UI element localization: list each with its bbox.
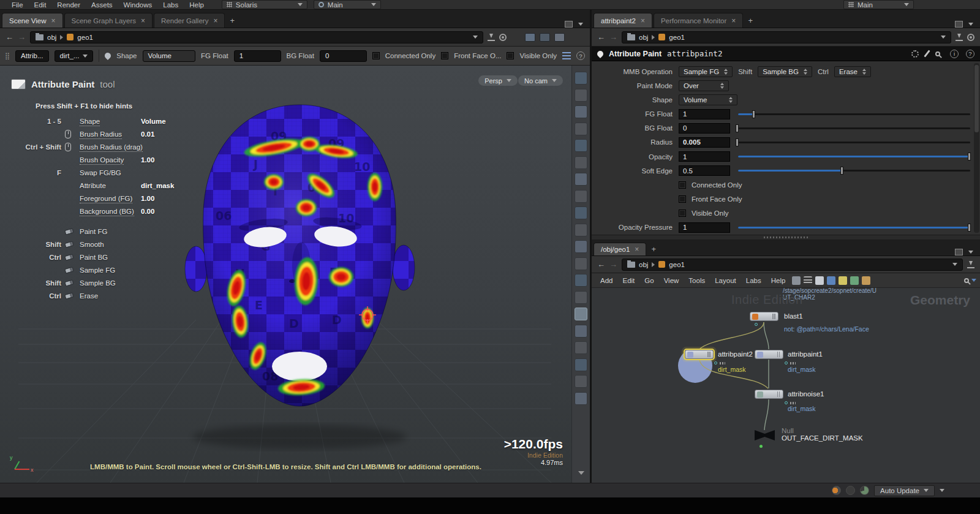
opacity-pressure-slider[interactable] bbox=[738, 227, 970, 229]
tab-performance-monitor[interactable]: Performance Monitor × bbox=[654, 13, 743, 28]
pane-menu-icon[interactable] bbox=[578, 23, 583, 28]
snap-options-icon[interactable] bbox=[575, 173, 587, 186]
node-attribnoise1[interactable] bbox=[755, 390, 783, 399]
tab-scene-graph-layers[interactable]: Scene Graph Layers × bbox=[64, 13, 153, 28]
close-icon[interactable]: × bbox=[141, 17, 145, 25]
refresh-icon[interactable] bbox=[860, 486, 869, 495]
menu-render[interactable]: Render bbox=[51, 1, 86, 9]
back-button[interactable]: ← bbox=[597, 260, 605, 269]
output-dot[interactable] bbox=[714, 361, 717, 365]
node-flags[interactable] bbox=[777, 391, 781, 397]
pen-icon[interactable] bbox=[924, 50, 930, 57]
slider-handle[interactable] bbox=[968, 153, 971, 161]
paint-mode-menu[interactable]: Over bbox=[679, 80, 729, 91]
forward-button[interactable]: → bbox=[18, 32, 26, 42]
pane-maximize-icon[interactable] bbox=[565, 21, 573, 28]
pin-icon[interactable] bbox=[488, 34, 495, 41]
scrollbar-thumb[interactable] bbox=[974, 65, 979, 132]
mmb-primary-menu[interactable]: Sample FG bbox=[679, 66, 733, 77]
desktop-selector[interactable]: Solaris bbox=[222, 0, 307, 9]
pane-maximize-icon[interactable] bbox=[955, 21, 963, 28]
camera-select-menu[interactable]: No cam bbox=[518, 75, 563, 86]
toolbar-grip-icon[interactable]: ⣿ bbox=[5, 52, 10, 60]
new-tab-button[interactable]: + bbox=[225, 13, 239, 28]
grid-toggle-icon[interactable] bbox=[575, 274, 587, 287]
help-icon[interactable]: ? bbox=[966, 50, 974, 58]
handles-tool-icon[interactable] bbox=[575, 156, 587, 169]
slider-handle[interactable] bbox=[840, 167, 843, 175]
path-dropdown-icon[interactable] bbox=[473, 36, 478, 41]
grid-icon[interactable] bbox=[815, 276, 824, 285]
bg-float-slider[interactable] bbox=[738, 127, 970, 129]
group-list-icon[interactable] bbox=[575, 291, 587, 304]
path-dropdown-icon[interactable] bbox=[941, 36, 946, 41]
wireframe-toggle-icon[interactable] bbox=[575, 206, 587, 219]
display-normals-icon[interactable] bbox=[575, 257, 587, 270]
hide-panel-icon[interactable] bbox=[971, 279, 976, 284]
shape-menu[interactable]: Volume bbox=[679, 94, 737, 105]
select-tool-icon[interactable] bbox=[575, 89, 587, 102]
slider-handle[interactable] bbox=[968, 224, 971, 232]
pane-maximize-icon[interactable] bbox=[955, 249, 963, 255]
visible-only-checkbox[interactable] bbox=[507, 52, 514, 59]
view-tool-icon[interactable] bbox=[575, 72, 587, 85]
menu-add[interactable]: Add bbox=[595, 277, 617, 284]
path-context[interactable]: obj bbox=[639, 34, 648, 41]
cook-indicator-icon[interactable] bbox=[846, 486, 855, 495]
layout-selector[interactable]: Main bbox=[314, 0, 381, 9]
output-dot[interactable] bbox=[755, 323, 758, 326]
new-tab-button[interactable]: + bbox=[647, 243, 660, 255]
menu-go[interactable]: Go bbox=[639, 277, 658, 284]
tab-render-gallery[interactable]: Render Gallery × bbox=[154, 13, 225, 28]
soft-edge-slider[interactable] bbox=[738, 170, 970, 172]
back-button[interactable]: ← bbox=[6, 32, 13, 42]
object-appearance-icon[interactable] bbox=[575, 341, 587, 354]
menu-file[interactable]: File bbox=[6, 1, 29, 9]
shape-menu[interactable]: Volume bbox=[143, 50, 196, 62]
render-flag-icon[interactable] bbox=[832, 486, 841, 495]
connected-only-checkbox[interactable] bbox=[372, 52, 380, 59]
pane-menu-icon[interactable] bbox=[968, 251, 973, 256]
menu-layout[interactable]: Layout bbox=[710, 277, 741, 284]
material-preview-icon[interactable] bbox=[575, 358, 587, 371]
front-face-only-checkbox[interactable] bbox=[679, 195, 686, 203]
right-desktop-selector[interactable]: Main bbox=[843, 0, 914, 9]
menu-help[interactable]: Help bbox=[766, 277, 791, 284]
path-node[interactable]: geo1 bbox=[669, 34, 685, 41]
output-dot[interactable] bbox=[760, 445, 763, 448]
visible-only-checkbox[interactable] bbox=[679, 210, 686, 217]
tab-attribpaint2[interactable]: attribpaint2 × bbox=[594, 13, 652, 28]
pin-icon[interactable] bbox=[956, 34, 963, 41]
close-icon[interactable]: × bbox=[731, 17, 736, 25]
bg-float-input[interactable]: 0 bbox=[320, 50, 367, 62]
customize-icon[interactable] bbox=[792, 276, 801, 285]
scene-path-field[interactable]: obj geo1 bbox=[30, 31, 483, 43]
back-button[interactable]: ← bbox=[597, 32, 605, 42]
update-options-icon[interactable] bbox=[940, 489, 944, 494]
scroll-down-icon[interactable] bbox=[578, 471, 584, 478]
search-icon[interactable] bbox=[964, 278, 969, 283]
group-field[interactable]: dirt_... bbox=[55, 50, 94, 62]
node-flags[interactable] bbox=[772, 314, 776, 319]
output-dot[interactable] bbox=[785, 401, 788, 404]
menu-help[interactable]: Help bbox=[184, 1, 209, 9]
close-icon[interactable]: × bbox=[51, 17, 56, 25]
auto-update-menu[interactable]: Auto Update bbox=[874, 485, 935, 496]
bg-float-field[interactable]: 0 bbox=[679, 123, 730, 134]
menu-labs[interactable]: Labs bbox=[741, 277, 766, 284]
display-options-dialog-icon[interactable] bbox=[575, 392, 587, 405]
network-box-icon[interactable] bbox=[850, 276, 859, 285]
slider-handle[interactable] bbox=[752, 110, 755, 118]
snapshot-gallery-icon[interactable] bbox=[575, 375, 587, 388]
splitter-handle[interactable] bbox=[764, 236, 808, 238]
soft-edge-field[interactable]: 0.5 bbox=[679, 165, 730, 176]
node-flags[interactable] bbox=[707, 352, 711, 357]
mmb-shift-menu[interactable]: Sample BG bbox=[758, 66, 812, 77]
display-points-icon[interactable] bbox=[575, 240, 587, 253]
gear-icon[interactable] bbox=[911, 50, 919, 58]
network-canvas[interactable]: /stage/sopcreate2/sopnet/create/U UT_CHA… bbox=[592, 288, 980, 483]
sticky-note-icon[interactable] bbox=[839, 276, 847, 285]
output-dot[interactable] bbox=[785, 361, 788, 365]
shading-mode-icon[interactable] bbox=[575, 190, 587, 203]
network-path-field[interactable]: obj geo1 bbox=[622, 259, 963, 271]
